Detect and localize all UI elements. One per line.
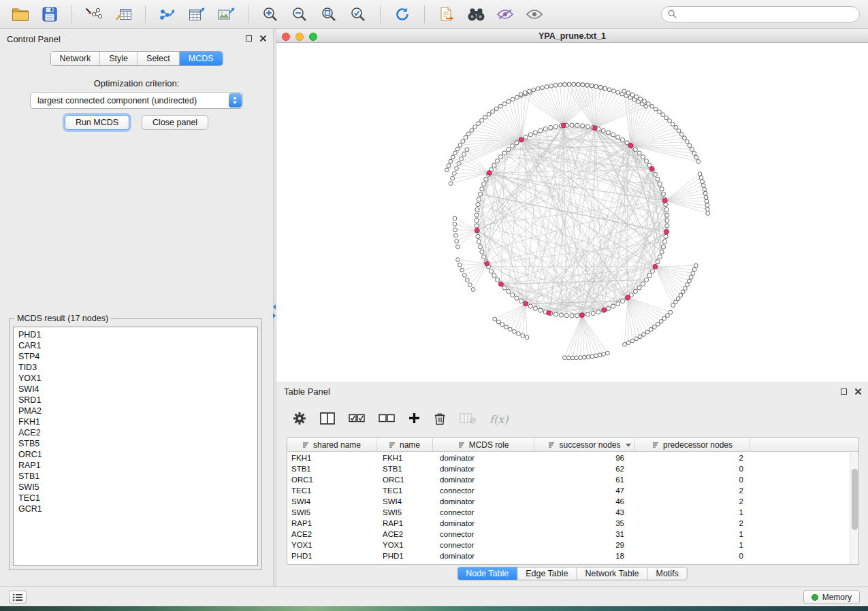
table-cell: 0 — [635, 476, 750, 484]
result-node-item[interactable]: PMA2 — [14, 406, 257, 416]
float-panel-icon[interactable] — [841, 389, 847, 395]
column-header[interactable]: name — [376, 438, 433, 451]
share-document-icon — [438, 6, 455, 22]
table-cell: 31 — [534, 530, 635, 538]
result-node-item[interactable]: FKH1 — [14, 416, 257, 427]
run-mcds-button[interactable]: Run MCDS — [65, 115, 129, 130]
result-node-item[interactable]: STB1 — [14, 471, 257, 482]
column-header[interactable]: shared name — [287, 438, 376, 451]
zoom-selected-button[interactable] — [346, 3, 370, 25]
expand-right-icon[interactable] — [273, 313, 276, 318]
table-cell: STB1 — [376, 465, 433, 473]
table-cell: 62 — [534, 465, 635, 473]
delete-row-button[interactable] — [434, 412, 446, 427]
open-session-button[interactable] — [8, 3, 33, 25]
export-network-button[interactable] — [155, 3, 180, 25]
close-panel-icon[interactable] — [854, 388, 862, 395]
table-row[interactable]: ORC1ORC1dominator610 — [287, 474, 850, 485]
tab-edge-table[interactable]: Edge Table — [517, 567, 577, 580]
search-input[interactable] — [681, 10, 853, 19]
column-header[interactable]: predecessor nodes — [635, 438, 750, 451]
tab-select[interactable]: Select — [138, 52, 180, 65]
select-all-button[interactable] — [349, 414, 365, 425]
table-row[interactable]: STB1STB1dominator620 — [287, 463, 850, 474]
network-graph[interactable] — [276, 44, 868, 382]
node-table: shared namenameMCDS rolesuccessor nodesp… — [287, 437, 859, 565]
result-node-item[interactable]: CAR1 — [14, 340, 257, 351]
export-image-button[interactable] — [214, 3, 238, 25]
deselect-all-button[interactable] — [379, 414, 395, 425]
table-cell: SWI4 — [376, 497, 433, 506]
find-button[interactable] — [464, 3, 488, 25]
table-row[interactable]: FKH1FKH1dominator962 — [287, 452, 850, 463]
minimize-window-icon[interactable] — [295, 33, 304, 41]
import-table-button[interactable] — [111, 3, 135, 25]
close-panel-button[interactable]: Close panel — [142, 115, 208, 130]
tab-network[interactable]: Network — [50, 52, 100, 65]
scrollbar-thumb[interactable] — [852, 469, 858, 530]
hide-overlay-button[interactable] — [493, 3, 517, 25]
result-node-item[interactable]: RAP1 — [14, 460, 257, 471]
settings-button[interactable] — [293, 412, 306, 427]
network-window-titlebar[interactable]: YPA_prune.txt_1 — [276, 30, 868, 43]
close-window-icon[interactable] — [282, 33, 290, 41]
column-header[interactable]: successor nodes — [534, 438, 635, 451]
control-panel-window-controls — [246, 35, 267, 42]
show-columns-button[interactable] — [320, 412, 335, 427]
tab-motifs[interactable]: Motifs — [647, 567, 686, 580]
sort-chevron-icon[interactable] — [626, 444, 631, 447]
dropdown-stepper-icon — [229, 93, 242, 108]
result-node-item[interactable]: YOX1 — [14, 373, 257, 384]
result-node-item[interactable]: TEC1 — [14, 493, 257, 503]
result-node-item[interactable]: STB5 — [14, 438, 257, 449]
zoom-in-button[interactable] — [258, 3, 283, 25]
result-node-item[interactable]: TID3 — [14, 362, 257, 373]
show-overlay-button[interactable] — [522, 3, 547, 25]
memory-status-icon — [811, 594, 818, 601]
column-header[interactable]: MCDS role — [433, 438, 534, 451]
tab-network-table[interactable]: Network Table — [577, 567, 648, 580]
table-scrollbar[interactable] — [850, 452, 858, 564]
table-row[interactable]: SWI4SWI4dominator462 — [287, 496, 850, 507]
add-row-button[interactable] — [408, 412, 420, 426]
criterion-dropdown[interactable]: largest connected component (undirected) — [30, 92, 243, 109]
save-session-button[interactable] — [37, 3, 62, 25]
collapse-left-icon[interactable] — [273, 304, 276, 310]
close-panel-icon[interactable] — [259, 35, 267, 42]
table-cell: FKH1 — [376, 454, 433, 462]
table-row[interactable]: SWI5SWI5connector431 — [287, 507, 850, 518]
control-panel-title: Control Panel — [7, 34, 61, 44]
export-table-button[interactable] — [184, 3, 209, 25]
table-row[interactable]: YOX1YOX1connector291 — [287, 540, 850, 550]
float-panel-icon[interactable] — [246, 35, 252, 42]
result-node-item[interactable]: PHD1 — [14, 329, 257, 340]
tab-node-table[interactable]: Node Table — [457, 567, 517, 580]
result-node-item[interactable]: ORC1 — [14, 449, 257, 460]
result-node-item[interactable]: ACE2 — [14, 427, 257, 438]
zoom-out-icon — [291, 6, 308, 22]
result-node-item[interactable]: SRD1 — [14, 395, 257, 406]
table-row[interactable]: PHD1PHD1dominator180 — [287, 550, 850, 561]
table-cell: dominator — [433, 465, 534, 473]
import-network-button[interactable] — [82, 3, 106, 25]
trash-icon — [434, 412, 446, 425]
share-document-button[interactable] — [434, 3, 459, 25]
search-box[interactable] — [661, 6, 860, 22]
show-panel-button[interactable] — [9, 591, 27, 604]
tab-mcds[interactable]: MCDS — [180, 52, 223, 65]
memory-button[interactable]: Memory — [803, 590, 860, 604]
network-canvas[interactable] — [276, 44, 868, 382]
table-row[interactable]: RAP1RAP1dominator352 — [287, 518, 850, 529]
result-node-item[interactable]: STP4 — [14, 351, 257, 362]
table-row[interactable]: TEC1TEC1connector472 — [287, 485, 850, 496]
result-node-item[interactable]: SWI5 — [14, 482, 257, 493]
zoom-fit-button[interactable] — [317, 3, 341, 25]
result-node-item[interactable]: GCR1 — [14, 503, 257, 514]
table-row[interactable]: ACE2ACE2connector311 — [287, 529, 850, 540]
apply-layout-button[interactable] — [390, 3, 415, 25]
zoom-out-button[interactable] — [287, 3, 312, 25]
maximize-window-icon[interactable] — [309, 33, 317, 41]
tab-style[interactable]: Style — [100, 52, 138, 65]
result-node-item[interactable]: SWI4 — [14, 384, 257, 395]
splitter-collapse-arrows[interactable] — [273, 304, 276, 318]
